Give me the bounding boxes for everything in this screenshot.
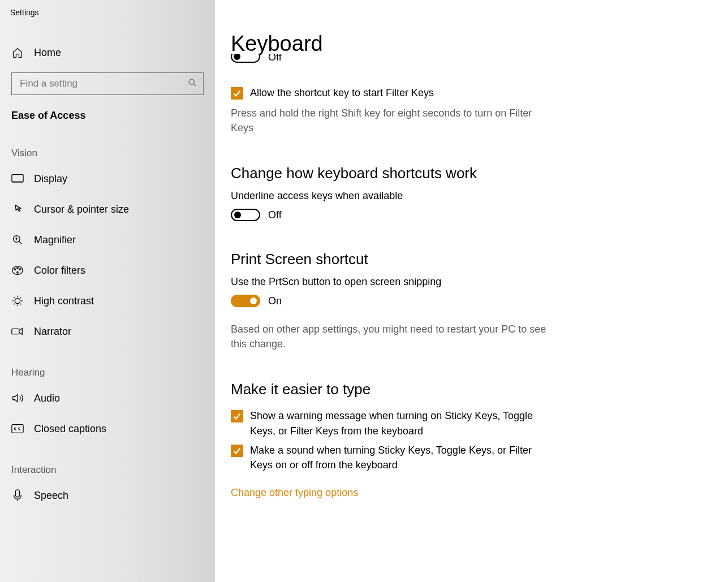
- sidebar-item-label: Closed captions: [34, 423, 106, 435]
- sidebar-group-hearing: Hearing: [0, 347, 215, 383]
- sidebar: Settings Home Ease of Access Vision Disp…: [0, 0, 215, 582]
- svg-point-10: [17, 267, 19, 269]
- page-title: Keyboard: [231, 32, 711, 56]
- search-icon: [188, 78, 197, 89]
- svg-rect-22: [12, 329, 19, 334]
- svg-line-21: [20, 298, 21, 299]
- svg-line-19: [20, 304, 21, 305]
- svg-point-11: [19, 269, 21, 270]
- easier-heading: Make it easier to type: [231, 381, 711, 398]
- sidebar-item-label: Speech: [34, 490, 68, 502]
- prtscn-desc: Based on other app settings, you might n…: [231, 322, 548, 351]
- prtscn-heading: Print Screen shortcut: [231, 251, 711, 268]
- cursor-icon: [11, 203, 24, 215]
- home-icon: [11, 46, 24, 59]
- svg-line-1: [193, 84, 196, 86]
- svg-line-20: [14, 304, 15, 305]
- warning-message-label: Show a warning message when turning on S…: [250, 408, 548, 438]
- sidebar-item-audio[interactable]: Audio: [0, 383, 215, 413]
- narrator-icon: [11, 325, 24, 338]
- display-icon: [11, 173, 24, 185]
- color-filters-icon: [11, 264, 24, 277]
- speech-icon: [11, 489, 24, 502]
- sidebar-item-narrator[interactable]: Narrator: [0, 316, 215, 347]
- sidebar-item-magnifier[interactable]: Magnifier: [0, 225, 215, 255]
- prtscn-toggle[interactable]: [231, 295, 260, 307]
- allow-shortcut-filterkeys-label: Allow the shortcut key to start Filter K…: [250, 85, 434, 100]
- high-contrast-icon: [11, 295, 24, 307]
- app-title: Settings: [0, 0, 215, 23]
- shortcuts-heading: Change how keyboard shortcuts work: [231, 165, 711, 182]
- audio-icon: [11, 392, 24, 404]
- filterkeys-desc: Press and hold the right Shift key for e…: [231, 106, 548, 135]
- filter-keys-toggle[interactable]: [231, 54, 260, 63]
- search-input[interactable]: [11, 72, 204, 95]
- svg-rect-24: [15, 490, 19, 497]
- make-sound-label: Make a sound when turning Sticky Keys, T…: [250, 443, 548, 472]
- allow-shortcut-filterkeys-checkbox[interactable]: [231, 87, 243, 100]
- filter-keys-toggle-state: Off: [268, 54, 282, 63]
- sidebar-home-label: Home: [34, 47, 61, 59]
- underline-access-keys-state: Off: [268, 209, 282, 221]
- sidebar-item-label: Cursor & pointer size: [34, 204, 129, 215]
- svg-point-13: [15, 298, 20, 303]
- underline-access-keys-toggle[interactable]: [231, 209, 260, 221]
- sidebar-item-speech[interactable]: Speech: [0, 480, 215, 511]
- svg-rect-23: [12, 425, 23, 433]
- svg-point-9: [14, 269, 16, 270]
- prtscn-label: Use the PrtScn button to open screen sni…: [231, 276, 711, 288]
- sidebar-item-high-contrast[interactable]: High contrast: [0, 286, 215, 316]
- sidebar-item-label: Narrator: [34, 326, 71, 338]
- sidebar-group-interaction: Interaction: [0, 444, 215, 480]
- sidebar-item-cursor[interactable]: Cursor & pointer size: [0, 194, 215, 225]
- svg-line-18: [14, 298, 15, 299]
- sidebar-item-closed-captions[interactable]: Closed captions: [0, 413, 215, 444]
- content-area: Keyboard Off Allow the shortcut key to s…: [215, 0, 728, 582]
- change-typing-options-link[interactable]: Change other typing options: [231, 487, 358, 499]
- svg-point-0: [189, 79, 194, 84]
- warning-message-checkbox[interactable]: [231, 410, 243, 423]
- sidebar-item-label: Magnifier: [34, 234, 76, 246]
- sidebar-group-vision: Vision: [0, 127, 215, 163]
- sidebar-item-display[interactable]: Display: [0, 163, 215, 194]
- underline-access-keys-label: Underline access keys when available: [231, 190, 711, 202]
- svg-line-5: [19, 242, 22, 244]
- magnifier-icon: [11, 234, 24, 246]
- sidebar-item-label: High contrast: [34, 295, 94, 307]
- prtscn-state: On: [268, 295, 282, 307]
- closed-captions-icon: [11, 423, 24, 435]
- sidebar-section-title: Ease of Access: [0, 95, 215, 127]
- sidebar-item-label: Audio: [34, 393, 60, 404]
- sidebar-item-label: Display: [34, 173, 67, 185]
- make-sound-checkbox[interactable]: [231, 445, 243, 457]
- sidebar-item-label: Color filters: [34, 265, 85, 277]
- sidebar-home[interactable]: Home: [0, 40, 215, 66]
- svg-rect-2: [12, 175, 23, 182]
- sidebar-item-color-filters[interactable]: Color filters: [0, 255, 215, 286]
- svg-point-12: [17, 271, 19, 273]
